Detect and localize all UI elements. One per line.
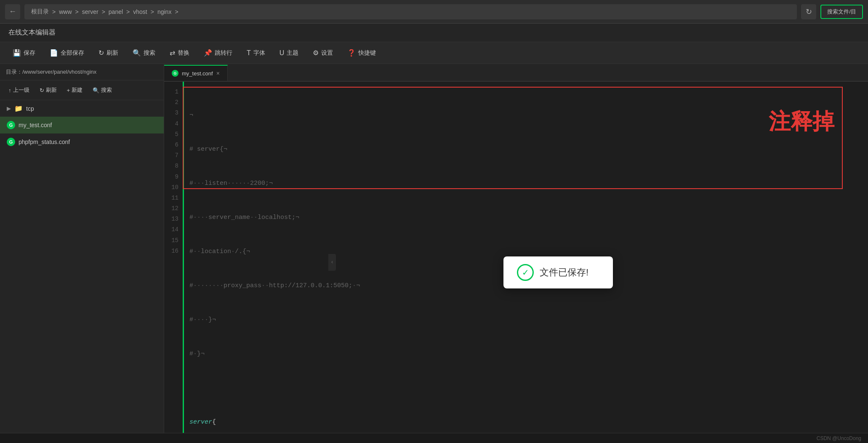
line-4: #····server_name··localhost;¬: [189, 212, 861, 223]
search-file-button[interactable]: 搜索文件/目: [820, 5, 863, 19]
sidebar-refresh-button[interactable]: ↻ 刷新: [35, 84, 61, 96]
sidebar-refresh-icon: ↻: [40, 87, 44, 93]
shortcuts-label: 快捷键: [358, 49, 376, 57]
line-3: #···listen······2200;¬: [189, 178, 861, 189]
breadcrumb-www: www: [59, 8, 72, 15]
credit-text: CSDN @UncoDong: [817, 435, 861, 441]
theme-label: 主题: [287, 49, 298, 57]
folder-tcp-name: tcp: [26, 105, 34, 112]
sep4: >: [126, 8, 130, 15]
file-phpfpm-status-conf[interactable]: G phpfpm_status.conf: [0, 133, 164, 150]
new-label: 新建: [72, 86, 83, 94]
save-label: 保存: [24, 49, 35, 57]
settings-label: 设置: [321, 49, 333, 57]
file-my-test-name: my_test.conf: [19, 122, 52, 128]
editor-left-border: [183, 82, 184, 443]
tab-close-button[interactable]: ×: [216, 70, 220, 77]
g-icon-my-test: G: [7, 121, 15, 129]
font-label: 字体: [253, 49, 265, 57]
toolbar: 💾 保存 📄 全部保存 ↻ 刷新 🔍 搜索 ⇄ 替换 📌 跳转行 T 字体 U …: [0, 42, 868, 64]
sidebar-actions: ↑ 上一级 ↻ 刷新 + 新建 🔍 搜索: [0, 80, 164, 100]
sep6: >: [175, 8, 178, 15]
search-label: 搜索: [144, 49, 155, 57]
refresh-icon: ↻: [99, 49, 104, 57]
sidebar-search-button[interactable]: 🔍 搜索: [88, 84, 116, 96]
toast-icon: ✓: [517, 264, 534, 281]
goto-icon: 📌: [204, 49, 212, 57]
toast-notification: ✓ 文件已保存!: [503, 256, 613, 288]
main-layout: 目录：/www/server/panel/vhost/nginx ↑ 上一级 ↻…: [0, 64, 868, 443]
sidebar-path: 目录：/www/server/panel/vhost/nginx: [0, 64, 164, 80]
tab-my-test-conf[interactable]: G my_test.conf ×: [164, 65, 228, 81]
folder-icon: 📁: [14, 104, 23, 112]
save-icon: 💾: [13, 49, 21, 57]
line-5: #··location·/.{¬: [189, 246, 861, 257]
tab-filename: my_test.conf: [182, 70, 213, 77]
top-nav: ← 根目录 > www > server > panel > vhost > n…: [0, 0, 868, 24]
toast-checkmark: ✓: [522, 267, 529, 278]
replace-label: 替换: [178, 49, 189, 57]
app-title-bar: 在线文本编辑器: [0, 24, 868, 42]
settings-icon: ⚙: [313, 49, 319, 57]
goto-label: 跳转行: [215, 49, 232, 57]
theme-button[interactable]: U 主题: [274, 46, 305, 60]
font-icon: T: [247, 49, 251, 57]
save-all-icon: 📄: [50, 49, 58, 57]
breadcrumb-vhost: vhost: [133, 8, 147, 15]
refresh-label: 刷新: [107, 49, 118, 57]
toast-message: 文件已保存!: [540, 266, 588, 279]
goto-button[interactable]: 📌 跳转行: [198, 45, 238, 60]
breadcrumb: 根目录 > www > server > panel > vhost > ngi…: [24, 4, 797, 19]
replace-button[interactable]: ⇄ 替换: [164, 45, 195, 60]
sep1: >: [52, 8, 56, 15]
line-9: [189, 382, 861, 394]
tab-bar: G my_test.conf ×: [164, 64, 868, 82]
collapse-handle[interactable]: ‹: [328, 254, 336, 271]
save-all-label: 全部保存: [61, 49, 84, 57]
settings-button[interactable]: ⚙ 设置: [307, 45, 339, 60]
sep2: >: [75, 8, 79, 15]
file-tree: ▶ 📁 tcp G my_test.conf G phpfpm_status.c…: [0, 100, 164, 443]
line-numbers: 12345 678910 1112131415 16: [164, 82, 183, 443]
line-2: # server{¬: [189, 144, 861, 155]
file-phpfpm-name: phpfpm_status.conf: [19, 139, 70, 145]
shortcuts-icon: ❓: [347, 49, 356, 57]
tab-g-icon: G: [172, 70, 178, 77]
save-button[interactable]: 💾 保存: [7, 45, 41, 60]
editor-area: G my_test.conf × 12345 678910 1112131415…: [164, 64, 868, 443]
breadcrumb-panel: panel: [109, 8, 123, 15]
up-icon: ↑: [8, 87, 11, 93]
search-button[interactable]: 🔍 搜索: [127, 45, 161, 60]
save-all-button[interactable]: 📄 全部保存: [44, 45, 90, 60]
sidebar-refresh-label: 刷新: [46, 86, 57, 94]
line-8: #·}¬: [189, 348, 861, 360]
app-title: 在线文本编辑器: [8, 28, 56, 37]
up-button[interactable]: ↑ 上一级: [4, 84, 34, 96]
sidebar-search-label: 搜索: [101, 86, 112, 94]
line-10: server{: [189, 416, 861, 428]
refresh-button[interactable]: ↻ 刷新: [93, 45, 124, 60]
folder-tcp[interactable]: ▶ 📁 tcp: [0, 100, 164, 117]
new-button[interactable]: + 新建: [63, 84, 87, 96]
line-1: ¬: [189, 109, 861, 121]
back-button[interactable]: ←: [5, 4, 20, 19]
up-label: 上一级: [13, 86, 29, 94]
folder-chevron: ▶: [7, 105, 11, 112]
bottom-bar: CSDN @UncoDong: [0, 433, 868, 443]
breadcrumb-nginx: nginx: [157, 8, 171, 15]
new-icon: +: [67, 87, 70, 93]
replace-icon: ⇄: [170, 49, 175, 57]
breadcrumb-root: 根目录: [31, 8, 49, 16]
nav-refresh-button[interactable]: ↻: [801, 4, 816, 19]
sep5: >: [151, 8, 154, 15]
theme-icon: U: [280, 49, 285, 57]
g-icon-phpfpm: G: [7, 138, 15, 146]
line-7: #····}¬: [189, 314, 861, 326]
sidebar-search-icon: 🔍: [93, 87, 99, 93]
breadcrumb-server: server: [82, 8, 99, 15]
file-my-test-conf[interactable]: G my_test.conf: [0, 117, 164, 133]
sidebar: 目录：/www/server/panel/vhost/nginx ↑ 上一级 ↻…: [0, 64, 164, 443]
shortcuts-button[interactable]: ❓ 快捷键: [341, 45, 382, 60]
search-icon: 🔍: [133, 49, 141, 57]
font-button[interactable]: T 字体: [241, 46, 271, 60]
